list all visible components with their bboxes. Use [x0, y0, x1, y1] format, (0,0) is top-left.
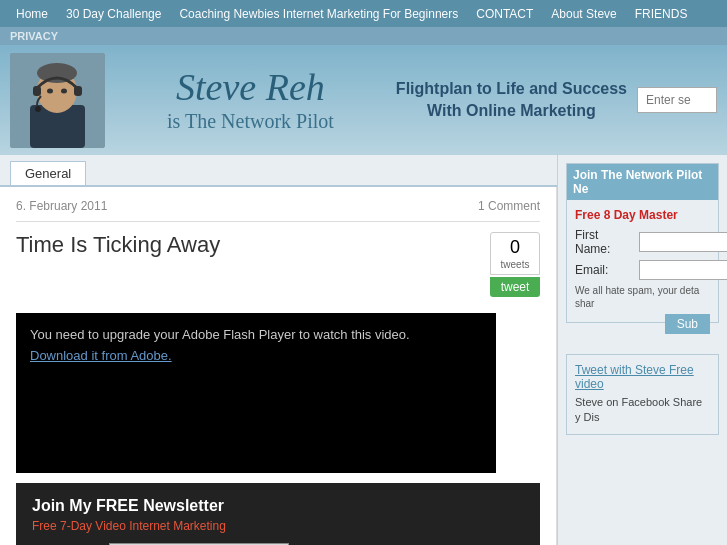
main-nav: Home 30 Day Challenge Coaching Newbies I…	[0, 0, 727, 27]
flash-video-placeholder: You need to upgrade your Adobe Flash Pla…	[16, 313, 496, 473]
nav-coaching[interactable]: Coaching Newbies Internet Marketing For …	[171, 3, 466, 25]
tab-general[interactable]: General	[10, 161, 86, 185]
sidebar-firstname-label: First Name:	[575, 228, 635, 256]
tab-bar: General	[0, 155, 557, 187]
sidebar-signup-title: Join The Network Pilot Ne	[567, 164, 718, 200]
sidebar-email-row: Email:	[575, 260, 710, 280]
svg-rect-4	[33, 86, 41, 96]
site-title-sub: is The Network Pilot	[115, 110, 386, 133]
svg-point-3	[37, 63, 77, 83]
tweet-count: 0	[493, 237, 537, 258]
site-header: Steve Reh is The Network Pilot Flightpla…	[0, 45, 727, 155]
article-meta: 6. February 2011 1 Comment	[16, 199, 540, 222]
flash-message: You need to upgrade your Adobe Flash Pla…	[30, 327, 482, 342]
nav-about[interactable]: About Steve	[543, 3, 624, 25]
site-tagline: Flightplan to Life and Success With Onli…	[396, 78, 637, 123]
sidebar-email-label: Email:	[575, 263, 635, 277]
sidebar-tweet-text: Steve on Facebook Share y Dis	[575, 395, 710, 426]
sidebar-firstname-row: First Name:	[575, 228, 710, 256]
nav-contact[interactable]: CONTACT	[468, 3, 541, 25]
sidebar-tweet-link[interactable]: Tweet with Steve Free video	[575, 363, 710, 391]
article-date: 6. February 2011	[16, 199, 107, 213]
sidebar-firstname-input[interactable]	[639, 232, 727, 252]
newsletter-overlay: Join My FREE Newsletter Free 7-Day Video…	[16, 483, 540, 545]
avatar	[10, 53, 105, 148]
newsletter-title: Join My FREE Newsletter	[32, 497, 524, 515]
svg-point-8	[61, 88, 67, 93]
sidebar: Join The Network Pilot Ne Free 8 Day Mas…	[557, 155, 727, 545]
site-title-main: Steve Reh	[115, 67, 386, 109]
newsletter-subtitle: Free 7-Day Video Internet Marketing	[32, 519, 524, 533]
article-comments[interactable]: 1 Comment	[478, 199, 540, 213]
tweet-label: tweets	[501, 259, 530, 270]
flash-download-link[interactable]: Download it from Adobe.	[30, 348, 482, 363]
content-area: General 6. February 2011 1 Comment 0 twe…	[0, 155, 557, 545]
privacy-bar: PRIVACY	[0, 27, 727, 45]
sidebar-tweet-widget: Tweet with Steve Free video Steve on Fac…	[566, 354, 719, 435]
sidebar-spam-note: We all hate spam, your deta shar	[575, 284, 710, 310]
sidebar-free-label: Free 8 Day Master	[575, 208, 710, 222]
tweet-button[interactable]: tweet	[490, 277, 540, 297]
nav-home[interactable]: Home	[8, 3, 56, 25]
search-input[interactable]	[637, 87, 717, 113]
tweet-widget: 0 tweets tweet	[490, 232, 540, 297]
article-title: Time Is Ticking Away	[16, 232, 540, 258]
main-wrapper: General 6. February 2011 1 Comment 0 twe…	[0, 155, 727, 545]
sidebar-signup-widget: Join The Network Pilot Ne Free 8 Day Mas…	[566, 163, 719, 323]
article: 6. February 2011 1 Comment 0 tweets twee…	[0, 187, 557, 545]
sidebar-submit-button[interactable]: Sub	[665, 314, 710, 334]
svg-point-7	[47, 88, 53, 93]
nav-friends[interactable]: FRIENDS	[627, 3, 696, 25]
svg-rect-5	[74, 86, 82, 96]
sidebar-email-input[interactable]	[639, 260, 727, 280]
site-branding: Steve Reh is The Network Pilot	[105, 67, 396, 134]
nav-challenge[interactable]: 30 Day Challenge	[58, 3, 169, 25]
tweet-count-box: 0 tweets	[490, 232, 540, 275]
svg-point-6	[35, 106, 41, 112]
